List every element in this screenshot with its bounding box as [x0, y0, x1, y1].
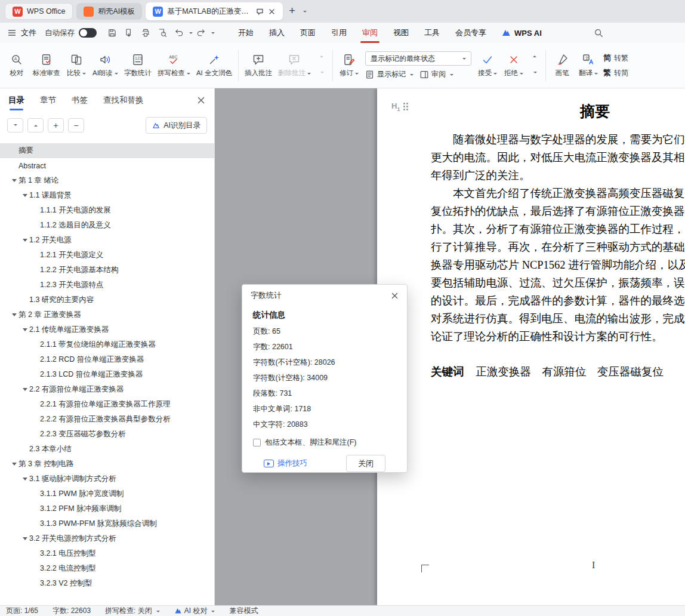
tab-wps-office[interactable]: W WPS Office — [5, 3, 73, 20]
close-dialog-icon[interactable] — [391, 292, 399, 300]
insert-comment-button[interactable]: 插入批注 — [242, 47, 275, 85]
expand-triangle-icon[interactable] — [31, 566, 40, 571]
word-count-button[interactable]: 123 字数统计 — [121, 47, 155, 85]
simplified-to-traditional-button[interactable]: 简 转繁 — [603, 53, 628, 63]
expand-triangle-icon[interactable] — [10, 178, 18, 183]
traditional-to-simplified-button[interactable]: 繁 转简 — [603, 67, 628, 78]
toc-item[interactable]: 2.2.2 有源箝位正激变换器典型参数分析 — [0, 412, 214, 427]
expand-triangle-icon[interactable] — [31, 252, 40, 258]
tips-link[interactable]: 操作技巧 — [264, 458, 307, 469]
accept-revision-button[interactable]: 接受 — [474, 47, 501, 85]
expand-triangle-icon[interactable] — [31, 402, 40, 407]
page-indicator[interactable]: 页面: 1/65 — [6, 606, 38, 616]
menu-item-page[interactable]: 页面 — [292, 23, 323, 43]
compatibility-mode-indicator[interactable]: 兼容模式 — [229, 606, 258, 616]
toc-item[interactable]: 1.2.2 开关电源基本结构 — [0, 263, 214, 278]
expand-triangle-icon[interactable] — [31, 357, 40, 362]
toc-item[interactable]: 第 3 章 控制电路 — [0, 457, 214, 472]
collapse-levels-button[interactable] — [7, 118, 23, 133]
expand-triangle-icon[interactable] — [20, 327, 29, 332]
toc-item[interactable]: Abstract — [0, 158, 214, 173]
word-count-indicator[interactable]: 字数: 22603 — [53, 606, 91, 616]
expand-triangle-icon[interactable] — [31, 432, 40, 437]
expand-triangle-icon[interactable] — [10, 461, 18, 467]
expand-triangle-icon[interactable] — [31, 223, 40, 228]
menu-item-review[interactable]: 审阅 — [354, 23, 385, 43]
toc-item[interactable]: 2.1.1 带复位绕组的单端正激变换器 — [0, 337, 214, 352]
toc-item[interactable]: 1.2 开关电源 — [0, 233, 214, 248]
dialog-title-bar[interactable]: 字数统计 — [242, 285, 407, 306]
menu-item-insert[interactable]: 插入 — [261, 23, 292, 43]
menu-item-view[interactable]: 视图 — [385, 23, 416, 43]
checkbox-icon[interactable] — [253, 439, 261, 446]
autosave-control[interactable]: 自动保存 — [45, 28, 97, 38]
proofread-button[interactable]: A 校对 — [4, 47, 30, 85]
tab-docer-ai[interactable]: 稻壳AI模板 — [76, 3, 142, 20]
menu-item-start[interactable]: 开始 — [230, 23, 261, 43]
expand-triangle-icon[interactable] — [20, 476, 29, 482]
expand-triangle-icon[interactable] — [31, 282, 40, 288]
toc-item[interactable]: 2.1.3 LCD 箝位单端正激变换器 — [0, 367, 214, 382]
new-tab-button[interactable]: + — [286, 5, 298, 19]
file-menu[interactable]: 文件 — [7, 27, 36, 38]
expand-triangle-icon[interactable] — [31, 372, 40, 377]
standard-review-button[interactable]: 标准审查 — [30, 47, 63, 85]
close-sidebar-icon[interactable] — [196, 96, 206, 105]
redo-history-chevron-icon[interactable] — [211, 32, 215, 36]
toc-item[interactable]: 1.3 研究的主要内容 — [0, 292, 214, 307]
toc-item[interactable]: 3.1 驱动脉冲调制方式分析 — [0, 472, 214, 486]
expand-triangle-icon[interactable] — [31, 267, 40, 273]
track-changes-button[interactable]: 修订 — [336, 47, 362, 85]
expand-triangle-icon[interactable] — [20, 297, 29, 303]
expand-triangle-icon[interactable] — [31, 491, 40, 497]
menu-item-wps-ai[interactable]: WPS AI — [494, 23, 549, 42]
undo-button[interactable] — [171, 25, 187, 41]
toc-item[interactable]: 1.1.1 开关电源的发展 — [0, 203, 214, 218]
previous-revision-button[interactable] — [528, 50, 541, 64]
toc-item[interactable]: 3.1.2 PFM 脉冲频率调制 — [0, 501, 214, 516]
sidebar-tab-contents[interactable]: 目录 — [8, 89, 24, 112]
ai-read-button[interactable]: AI朗读 — [90, 47, 121, 85]
ai-detect-toc-button[interactable]: AI识别目录 — [146, 117, 207, 134]
ai-proofread-status[interactable]: AI 校对 — [174, 606, 215, 616]
toc-item[interactable]: 2.2.1 有源箝位单端正激变换器工作原理 — [0, 397, 214, 412]
ai-polish-button[interactable]: AI 全文润色 — [193, 47, 235, 85]
toc-item[interactable]: 2.2.3 变压器磁芯参数分析 — [0, 427, 214, 442]
redo-button[interactable] — [193, 25, 209, 41]
expand-triangle-icon[interactable] — [20, 446, 29, 452]
undo-history-chevron-icon[interactable] — [189, 32, 193, 36]
toc-item[interactable]: 摘要 — [0, 143, 214, 158]
menu-item-member[interactable]: 会员专享 — [448, 23, 494, 43]
zoom-in-toc-button[interactable]: + — [48, 118, 64, 133]
expand-triangle-icon[interactable] — [10, 312, 18, 318]
sidebar-tab-chapters[interactable]: 章节 — [40, 89, 56, 112]
toc-item[interactable]: 2.1 传统单端正激变换器 — [0, 322, 214, 337]
expand-triangle-icon[interactable] — [31, 208, 40, 213]
expand-triangle-icon[interactable] — [31, 521, 40, 526]
menu-item-tools[interactable]: 工具 — [416, 23, 448, 43]
toc-item[interactable]: 1.1 课题背景 — [0, 188, 214, 203]
translate-button[interactable]: 文 翻译 — [575, 47, 601, 85]
toc-item[interactable]: 3.2.3 V2 控制型 — [0, 576, 214, 591]
menu-item-reference[interactable]: 引用 — [323, 23, 354, 43]
spellcheck-status[interactable]: 拼写检查: 关闭 — [105, 606, 160, 616]
sidebar-tab-find-replace[interactable]: 查找和替换 — [103, 89, 144, 112]
expand-triangle-icon[interactable] — [10, 163, 18, 168]
toc-item[interactable]: 1.2.3 开关电源特点 — [0, 278, 214, 292]
toc-item[interactable]: 2.1.2 RCD 箝位单端正激变换器 — [0, 352, 214, 367]
expand-triangle-icon[interactable] — [20, 238, 29, 243]
toc-item[interactable]: 2.2 有源箝位单端正激变换器 — [0, 382, 214, 397]
markup-state-dropdown[interactable]: 显示标记的最终状态 — [365, 51, 471, 66]
toc-item[interactable]: 1.1.2 选题目的及意义 — [0, 218, 214, 233]
expand-triangle-icon[interactable] — [10, 148, 18, 153]
spell-check-button[interactable]: ABC 拼写检查 — [155, 47, 193, 85]
toc-item[interactable]: 3.2.1 电压控制型 — [0, 546, 214, 561]
toc-item[interactable]: 3.1.3 PWM-PFM 脉宽脉频综合调制 — [0, 516, 214, 531]
close-dialog-button[interactable]: 关闭 — [346, 455, 385, 472]
sidebar-tab-bookmarks[interactable]: 书签 — [72, 89, 88, 112]
search-button[interactable] — [591, 25, 606, 41]
toc-item[interactable]: 2.3 本章小结 — [0, 442, 214, 457]
reject-revision-button[interactable]: 拒绝 — [501, 47, 527, 85]
compare-button[interactable]: 比较 — [63, 47, 90, 85]
toc-item[interactable]: 3.2 开关电源控制方式分析 — [0, 531, 214, 546]
